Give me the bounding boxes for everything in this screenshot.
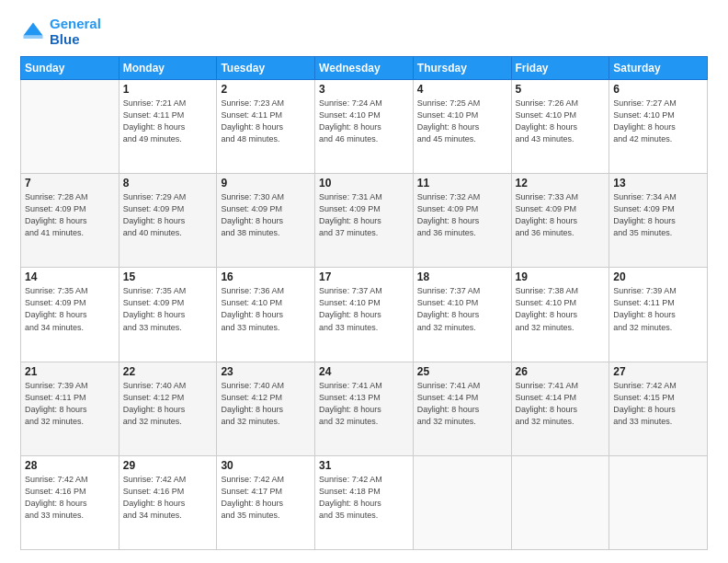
calendar-cell: 14Sunrise: 7:35 AM Sunset: 4:09 PM Dayli… bbox=[21, 268, 119, 362]
day-info: Sunrise: 7:40 AM Sunset: 4:12 PM Dayligh… bbox=[221, 380, 311, 428]
day-number: 14 bbox=[25, 270, 115, 283]
calendar-cell: 30Sunrise: 7:42 AM Sunset: 4:17 PM Dayli… bbox=[217, 455, 315, 549]
day-info: Sunrise: 7:35 AM Sunset: 4:09 PM Dayligh… bbox=[123, 285, 213, 333]
day-info: Sunrise: 7:27 AM Sunset: 4:10 PM Dayligh… bbox=[613, 98, 703, 145]
day-number: 22 bbox=[123, 365, 213, 378]
day-info: Sunrise: 7:34 AM Sunset: 4:09 PM Dayligh… bbox=[613, 191, 703, 239]
day-number: 28 bbox=[25, 459, 115, 472]
logo: General Blue bbox=[20, 17, 101, 47]
calendar-cell: 19Sunrise: 7:38 AM Sunset: 4:10 PM Dayli… bbox=[511, 268, 609, 362]
calendar-cell bbox=[511, 455, 609, 549]
calendar-week: 28Sunrise: 7:42 AM Sunset: 4:16 PM Dayli… bbox=[21, 455, 708, 549]
day-info: Sunrise: 7:41 AM Sunset: 4:14 PM Dayligh… bbox=[516, 380, 606, 428]
day-info: Sunrise: 7:32 AM Sunset: 4:09 PM Dayligh… bbox=[417, 191, 507, 239]
calendar-cell: 12Sunrise: 7:33 AM Sunset: 4:09 PM Dayli… bbox=[511, 174, 609, 268]
day-info: Sunrise: 7:40 AM Sunset: 4:12 PM Dayligh… bbox=[123, 380, 213, 428]
calendar-cell: 28Sunrise: 7:42 AM Sunset: 4:16 PM Dayli… bbox=[21, 455, 119, 549]
day-info: Sunrise: 7:42 AM Sunset: 4:15 PM Dayligh… bbox=[613, 380, 703, 428]
day-number: 29 bbox=[123, 459, 213, 472]
day-number: 16 bbox=[221, 270, 311, 283]
day-info: Sunrise: 7:23 AM Sunset: 4:11 PM Dayligh… bbox=[221, 98, 311, 145]
day-number: 6 bbox=[613, 83, 703, 96]
svg-rect-1 bbox=[24, 35, 43, 39]
calendar-cell: 16Sunrise: 7:36 AM Sunset: 4:10 PM Dayli… bbox=[217, 268, 315, 362]
day-info: Sunrise: 7:26 AM Sunset: 4:10 PM Dayligh… bbox=[516, 98, 606, 145]
day-number: 1 bbox=[123, 83, 213, 96]
calendar-cell bbox=[413, 455, 511, 549]
day-number: 2 bbox=[221, 83, 311, 96]
day-number: 24 bbox=[319, 365, 409, 378]
day-number: 25 bbox=[417, 365, 507, 378]
day-info: Sunrise: 7:35 AM Sunset: 4:09 PM Dayligh… bbox=[25, 285, 115, 333]
day-info: Sunrise: 7:42 AM Sunset: 4:16 PM Dayligh… bbox=[25, 474, 115, 522]
calendar-cell: 13Sunrise: 7:34 AM Sunset: 4:09 PM Dayli… bbox=[609, 174, 708, 268]
day-info: Sunrise: 7:29 AM Sunset: 4:09 PM Dayligh… bbox=[123, 191, 213, 239]
day-info: Sunrise: 7:38 AM Sunset: 4:10 PM Dayligh… bbox=[516, 285, 606, 333]
day-number: 9 bbox=[221, 177, 311, 190]
day-number: 7 bbox=[25, 177, 115, 190]
weekday-header: Tuesday bbox=[217, 57, 315, 80]
day-number: 5 bbox=[516, 83, 606, 96]
calendar-week: 1Sunrise: 7:21 AM Sunset: 4:11 PM Daylig… bbox=[21, 80, 708, 174]
weekday-header: Monday bbox=[119, 57, 217, 80]
day-info: Sunrise: 7:21 AM Sunset: 4:11 PM Dayligh… bbox=[123, 98, 213, 145]
calendar-week: 21Sunrise: 7:39 AM Sunset: 4:11 PM Dayli… bbox=[21, 362, 708, 455]
day-number: 26 bbox=[516, 365, 606, 378]
weekday-header: Wednesday bbox=[315, 57, 414, 80]
calendar-cell: 26Sunrise: 7:41 AM Sunset: 4:14 PM Dayli… bbox=[511, 362, 609, 455]
day-info: Sunrise: 7:30 AM Sunset: 4:09 PM Dayligh… bbox=[221, 191, 311, 239]
calendar-cell: 5Sunrise: 7:26 AM Sunset: 4:10 PM Daylig… bbox=[511, 80, 609, 174]
logo-text: General Blue bbox=[50, 17, 101, 47]
day-number: 30 bbox=[221, 459, 311, 472]
calendar-cell: 15Sunrise: 7:35 AM Sunset: 4:09 PM Dayli… bbox=[119, 268, 217, 362]
day-info: Sunrise: 7:39 AM Sunset: 4:11 PM Dayligh… bbox=[25, 380, 115, 428]
calendar-cell: 20Sunrise: 7:39 AM Sunset: 4:11 PM Dayli… bbox=[609, 268, 708, 362]
day-info: Sunrise: 7:37 AM Sunset: 4:10 PM Dayligh… bbox=[417, 285, 507, 333]
svg-marker-0 bbox=[24, 22, 43, 35]
day-info: Sunrise: 7:37 AM Sunset: 4:10 PM Dayligh… bbox=[319, 285, 409, 333]
day-number: 11 bbox=[417, 177, 507, 190]
day-info: Sunrise: 7:33 AM Sunset: 4:09 PM Dayligh… bbox=[516, 191, 606, 239]
day-number: 12 bbox=[516, 177, 606, 190]
page: General Blue SundayMondayTuesdayWednesda… bbox=[0, 0, 728, 563]
calendar-cell: 3Sunrise: 7:24 AM Sunset: 4:10 PM Daylig… bbox=[315, 80, 414, 174]
day-number: 23 bbox=[221, 365, 311, 378]
day-number: 31 bbox=[319, 459, 409, 472]
header: General Blue bbox=[20, 17, 708, 47]
calendar-cell: 18Sunrise: 7:37 AM Sunset: 4:10 PM Dayli… bbox=[413, 268, 511, 362]
calendar-week: 7Sunrise: 7:28 AM Sunset: 4:09 PM Daylig… bbox=[21, 174, 708, 268]
calendar-cell: 6Sunrise: 7:27 AM Sunset: 4:10 PM Daylig… bbox=[609, 80, 708, 174]
calendar-cell: 25Sunrise: 7:41 AM Sunset: 4:14 PM Dayli… bbox=[413, 362, 511, 455]
calendar-week: 14Sunrise: 7:35 AM Sunset: 4:09 PM Dayli… bbox=[21, 268, 708, 362]
day-info: Sunrise: 7:42 AM Sunset: 4:17 PM Dayligh… bbox=[221, 474, 311, 522]
weekday-header: Friday bbox=[511, 57, 609, 80]
day-info: Sunrise: 7:41 AM Sunset: 4:14 PM Dayligh… bbox=[417, 380, 507, 428]
calendar-cell: 4Sunrise: 7:25 AM Sunset: 4:10 PM Daylig… bbox=[413, 80, 511, 174]
calendar-cell: 23Sunrise: 7:40 AM Sunset: 4:12 PM Dayli… bbox=[217, 362, 315, 455]
day-info: Sunrise: 7:31 AM Sunset: 4:09 PM Dayligh… bbox=[319, 191, 409, 239]
calendar-cell: 31Sunrise: 7:42 AM Sunset: 4:18 PM Dayli… bbox=[315, 455, 414, 549]
weekday-header: Sunday bbox=[21, 57, 119, 80]
day-number: 3 bbox=[319, 83, 409, 96]
day-number: 8 bbox=[123, 177, 213, 190]
day-number: 4 bbox=[417, 83, 507, 96]
day-info: Sunrise: 7:36 AM Sunset: 4:10 PM Dayligh… bbox=[221, 285, 311, 333]
day-number: 18 bbox=[417, 270, 507, 283]
day-number: 15 bbox=[123, 270, 213, 283]
day-number: 19 bbox=[516, 270, 606, 283]
calendar-cell: 10Sunrise: 7:31 AM Sunset: 4:09 PM Dayli… bbox=[315, 174, 414, 268]
calendar-cell: 9Sunrise: 7:30 AM Sunset: 4:09 PM Daylig… bbox=[217, 174, 315, 268]
weekday-header: Saturday bbox=[609, 57, 708, 80]
day-info: Sunrise: 7:42 AM Sunset: 4:16 PM Dayligh… bbox=[123, 474, 213, 522]
day-info: Sunrise: 7:28 AM Sunset: 4:09 PM Dayligh… bbox=[25, 191, 115, 239]
day-number: 21 bbox=[25, 365, 115, 378]
day-info: Sunrise: 7:24 AM Sunset: 4:10 PM Dayligh… bbox=[319, 98, 409, 145]
calendar-cell bbox=[609, 455, 708, 549]
day-number: 20 bbox=[613, 270, 703, 283]
calendar-table: SundayMondayTuesdayWednesdayThursdayFrid… bbox=[20, 56, 708, 550]
calendar-cell: 22Sunrise: 7:40 AM Sunset: 4:12 PM Dayli… bbox=[119, 362, 217, 455]
calendar-cell: 2Sunrise: 7:23 AM Sunset: 4:11 PM Daylig… bbox=[217, 80, 315, 174]
day-number: 27 bbox=[613, 365, 703, 378]
calendar-cell bbox=[21, 80, 119, 174]
day-info: Sunrise: 7:25 AM Sunset: 4:10 PM Dayligh… bbox=[417, 98, 507, 145]
